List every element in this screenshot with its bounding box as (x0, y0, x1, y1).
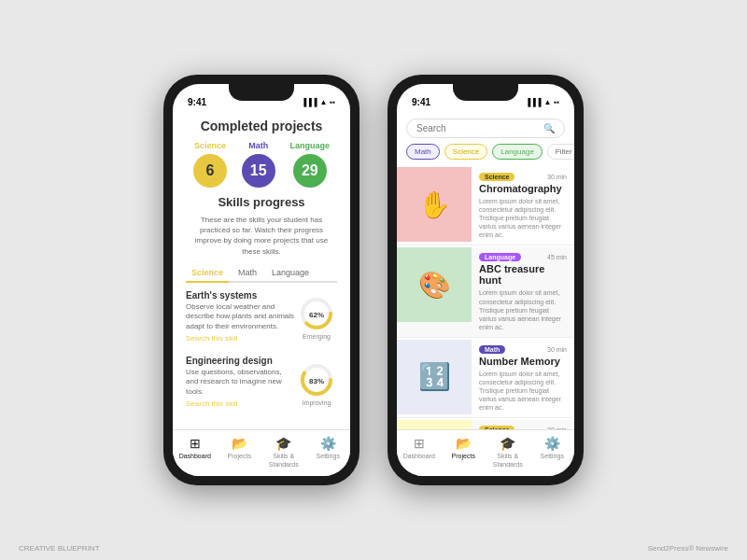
filter-button[interactable]: Filter (547, 144, 574, 160)
project-card-3[interactable]: 🔢 Math 30 min Number Memory Lorem ipsum … (397, 340, 574, 418)
nav1-skills[interactable]: 🎓 Skills &Standards (261, 436, 306, 469)
project-thumb-bg-4: 🖊️ (397, 420, 472, 429)
svg-text:62%: 62% (309, 311, 324, 319)
project-meta-1: Science 30 min (479, 173, 567, 181)
project-thumb-4: 🖊️ (397, 420, 472, 429)
project-time-1: 30 min (547, 174, 567, 180)
phone1-bottom-nav: ⊞ Dashboard 📂 Projects 🎓 Skills &Standar… (173, 429, 350, 476)
skill-2-status: Improving (303, 399, 331, 406)
nav2-skills-label: Skills &Standards (493, 453, 523, 469)
nav2-projects[interactable]: 📂 Projects (442, 436, 486, 469)
project-title-1: Chromatography (479, 183, 567, 194)
skill-2-row: Engineering design Use questions, observ… (186, 356, 337, 412)
signal-icon-2: ▐▐▐ (525, 98, 541, 106)
nav2-projects-label: Projects (452, 453, 475, 460)
status-icons-1: ▐▐▐ ▲ ▪▪ (301, 98, 335, 106)
project-info-4: Science 30 min Chromatography Lorem ipsu… (472, 420, 574, 429)
project-desc-1: Lorem ipsum dolor sit amet, consectetur … (479, 197, 567, 239)
subject-science: Science 6 (193, 141, 227, 188)
wifi-icon-2: ▲ (543, 98, 551, 106)
project-card-1[interactable]: ✋ Science 30 min Chromatography Lorem ip… (397, 167, 574, 245)
nav2-skills-icon: 🎓 (500, 436, 515, 451)
skills-desc: These are the skills your student has pr… (186, 215, 337, 257)
search-bar: 🔍 (406, 119, 565, 138)
science-label: Science (194, 141, 226, 150)
nav2-skills[interactable]: 🎓 Skills &Standards (486, 436, 530, 469)
battery-icon-2: ▪▪ (554, 98, 559, 106)
wifi-icon: ▲ (319, 98, 327, 106)
project-info-1: Science 30 min Chromatography Lorem ipsu… (472, 167, 574, 245)
skills-title: Skills progress (186, 195, 337, 209)
phone1-content: Completed projects Science 6 Math 15 Lan… (173, 111, 350, 429)
skill-1-info: Earth's systems Observe local weather an… (186, 290, 296, 346)
nav1-settings[interactable]: ⚙️ Settings (306, 436, 351, 469)
watermark: CREATIVE BLUEPRINT Send2Press® Newswire (0, 544, 747, 553)
project-tag-3: Math (479, 345, 505, 354)
nav2-dashboard-label: Dashboard (403, 453, 435, 460)
language-label: Language (290, 141, 331, 150)
phone-1-screen: 9:41 ▐▐▐ ▲ ▪▪ Completed projects Science… (173, 84, 350, 476)
project-title-3: Number Memory (479, 356, 567, 367)
project-info-3: Math 30 min Number Memory Lorem ipsum do… (472, 340, 574, 417)
subject-language: Language 29 (290, 141, 331, 188)
project-meta-3: Math 30 min (479, 345, 567, 354)
watermark-left: CREATIVE BLUEPRINT (19, 544, 100, 553)
battery-icon: ▪▪ (330, 98, 335, 106)
subject-circles: Science 6 Math 15 Language 29 (186, 141, 337, 188)
watermark-right: Send2Press® Newswire (648, 544, 728, 553)
nav1-settings-label: Settings (317, 453, 340, 460)
project-thumb-bg-2: 🎨 (397, 247, 472, 322)
nav1-projects[interactable]: 📂 Projects (218, 436, 262, 469)
nav1-dashboard-label: Dashboard (179, 453, 211, 460)
tab-science[interactable]: Science (186, 264, 229, 283)
phone-2-screen: 9:41 ▐▐▐ ▲ ▪▪ 🔍 Math Science Language Fi… (397, 84, 574, 476)
skill-1-donut-wrap: 62% Emerging (296, 296, 337, 340)
project-thumb-bg-1: ✋ (397, 167, 472, 242)
project-card-2[interactable]: 🎨 Language 45 min ABC treasure hunt Lore… (397, 247, 574, 337)
filter-row: Math Science Language Filter (397, 144, 574, 167)
project-meta-2: Language 45 min (479, 253, 567, 261)
project-time-3: 30 min (547, 346, 567, 353)
skill-1-status: Emerging (303, 333, 331, 340)
filter-science[interactable]: Science (444, 144, 487, 160)
skills-icon: 🎓 (275, 436, 291, 451)
language-count: 29 (293, 154, 327, 188)
nav2-settings[interactable]: ⚙️ Settings (530, 436, 575, 469)
filter-math[interactable]: Math (406, 144, 440, 160)
skill-1-search[interactable]: Search this skill (186, 334, 296, 343)
math-label: Math (248, 141, 268, 150)
search-icon: 🔍 (543, 123, 555, 133)
math-count: 15 (242, 154, 275, 188)
skill-2-search[interactable]: Search this skill (186, 399, 296, 408)
science-count: 6 (193, 154, 227, 188)
project-desc-2: Lorem ipsum dolor sit amet, consectetur … (479, 288, 567, 330)
search-input[interactable] (416, 123, 538, 133)
nav2-settings-icon: ⚙️ (544, 436, 560, 451)
skill-1-row: Earth's systems Observe local weather an… (186, 290, 337, 346)
skill-2-donut-wrap: 83% Improving (296, 362, 337, 406)
dashboard-icon: ⊞ (190, 436, 201, 451)
project-thumb-3: 🔢 (397, 340, 472, 414)
project-card-4[interactable]: 🖊️ Science 30 min Chromatography Lorem i… (397, 420, 574, 429)
tab-math[interactable]: Math (233, 264, 262, 281)
signal-icon: ▐▐▐ (301, 98, 317, 106)
status-icons-2: ▐▐▐ ▲ ▪▪ (525, 98, 559, 106)
skill-1: Earth's systems Observe local weather an… (186, 290, 337, 346)
project-desc-3: Lorem ipsum dolor sit amet, consectetur … (479, 370, 567, 412)
nav2-dashboard[interactable]: ⊞ Dashboard (397, 436, 442, 469)
project-thumb-1: ✋ (397, 167, 472, 242)
completed-title: Completed projects (186, 119, 337, 133)
status-time-2: 9:41 (412, 97, 430, 107)
notch-2 (453, 84, 518, 101)
skill-1-donut: 62% (299, 296, 334, 331)
settings-icon: ⚙️ (320, 436, 336, 451)
filter-language[interactable]: Language (492, 144, 543, 160)
tab-language[interactable]: Language (266, 264, 315, 281)
status-time-1: 9:41 (188, 97, 206, 107)
nav1-dashboard[interactable]: ⊞ Dashboard (173, 436, 218, 469)
skill-2-desc: Use questions, observations, and researc… (186, 368, 296, 397)
nav2-dashboard-icon: ⊞ (414, 436, 425, 451)
svg-text:83%: 83% (309, 377, 324, 385)
project-tag-1: Science (479, 173, 514, 181)
skill-2-name: Engineering design (186, 356, 296, 366)
